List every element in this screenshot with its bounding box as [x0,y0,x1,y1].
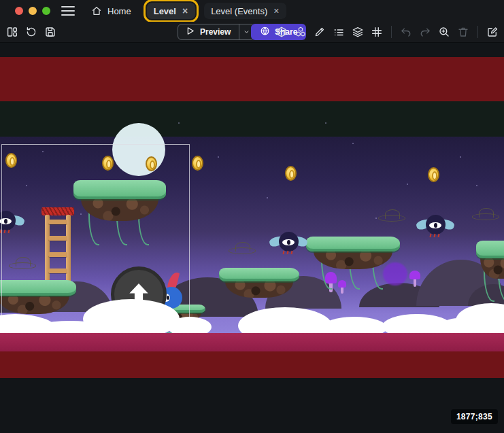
coin-object[interactable] [428,167,439,182]
main-menu-icon[interactable] [61,6,75,16]
star-decoration [218,156,219,158]
layers-icon[interactable] [350,24,366,40]
fly-claw [283,251,285,254]
tab-home[interactable]: Home [84,3,138,19]
play-icon [185,26,195,38]
background-magenta-band-bottom [0,333,504,351]
star-decoration [267,197,268,198]
coin-object[interactable] [192,156,203,171]
fly-claw [434,234,436,237]
close-window-button[interactable] [15,7,23,15]
grid-icon[interactable] [369,24,385,40]
fly-pupil [287,240,290,245]
close-tab-icon[interactable]: × [273,6,280,16]
preview-button-group: Preview [178,24,254,40]
platform-object[interactable] [476,241,504,279]
edit-scene-properties-icon[interactable] [484,24,501,40]
fly-enemy[interactable] [419,213,452,240]
undo-icon[interactable] [398,24,414,40]
coin-slot [196,160,201,169]
mushroom-decoration [409,271,420,287]
save-icon[interactable] [42,24,58,40]
star-decoration [375,218,377,219]
star-decoration [352,143,354,144]
titlebar: Home Level × Level (Events) × [0,0,504,22]
ufo-body [472,213,499,220]
mushroom-cap [338,280,346,288]
tab-label: Level [154,6,176,16]
toolbar-right-group [273,24,501,40]
redo-icon[interactable] [417,24,433,40]
star-decoration [460,156,461,158]
platform-grass [306,237,400,252]
home-icon [91,5,102,16]
cursor-coordinates-badge: 1877;835 [451,409,498,424]
window-controls [15,7,50,15]
ufo-outline-decoration [229,243,256,254]
globe-icon [260,26,270,38]
history-icon[interactable] [23,24,39,40]
coin-slot [289,170,295,179]
platform-object[interactable] [219,268,299,298]
tab-label: Level (Events) [211,6,267,16]
coin-object[interactable] [285,166,297,181]
star-decoration [178,122,180,124]
tab-bar: Home Level × Level (Events) × [84,3,286,19]
fly-enemy[interactable] [272,230,305,257]
background-red-band-bottom [0,351,504,378]
star-decoration [325,122,326,124]
maximize-window-button[interactable] [42,7,50,15]
panels-layout-icon[interactable] [4,24,20,40]
fly-claw [438,234,440,237]
fly-pupil [434,223,437,228]
object-groups-icon[interactable] [292,24,309,40]
star-decoration [476,185,477,186]
mushroom-cap [409,271,420,279]
delete-trash-icon[interactable] [455,24,471,40]
fly-claw [430,234,432,237]
close-tab-icon[interactable]: × [182,6,188,16]
ufo-body [229,247,256,254]
gdevelop-window: Home Level × Level (Events) × [0,0,504,433]
tab-level[interactable]: Level × [147,3,195,19]
instances-list-icon[interactable] [331,24,347,40]
tab-label: Home [107,6,131,16]
preview-button[interactable]: Preview [178,24,239,39]
coin-slot [432,171,437,180]
toolbar: Preview Share [0,22,504,43]
platform-grass [476,241,504,258]
ufo-outline-decoration [472,209,499,220]
zoom-in-icon[interactable] [436,24,452,40]
edit-pencil-icon[interactable] [312,24,328,40]
minimize-window-button[interactable] [29,7,37,15]
fly-claw [291,251,293,254]
platform-object[interactable] [306,237,400,269]
tab-level-events[interactable]: Level (Events) × [204,3,286,19]
platform-grass [219,268,299,281]
ufo-body [378,215,405,222]
fly-claw [287,251,289,254]
star-decoration [407,184,408,185]
mushroom-decoration [338,280,346,294]
toolbar-separator [391,26,392,38]
objects-panel-icon[interactable] [273,24,290,40]
preview-label: Preview [200,27,231,37]
toolbar-left-group [4,24,58,40]
toolbar-separator [477,26,478,38]
ufo-outline-decoration [378,211,405,222]
scene-canvas[interactable]: 1877;835 [0,42,504,433]
